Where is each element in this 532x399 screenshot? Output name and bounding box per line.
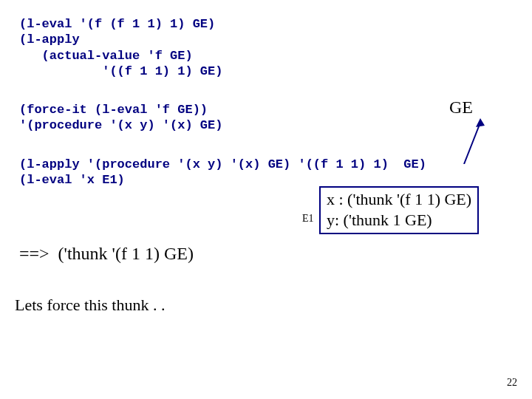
ge-label: GE bbox=[449, 98, 473, 117]
result-line: ==> ('thunk '(f 1 1) GE) bbox=[19, 244, 194, 264]
e1-label: E1 bbox=[302, 213, 314, 225]
code-block-2: (force-it (l-eval 'f GE)) '(procedure '(… bbox=[19, 102, 222, 134]
code-block-3: (l-apply '(procedure '(x y) '(x) GE) '((… bbox=[19, 157, 426, 188]
svg-marker-1 bbox=[476, 118, 485, 127]
arrow-icon bbox=[458, 118, 488, 164]
result-text: ('thunk '(f 1 1) GE) bbox=[58, 244, 194, 263]
svg-line-0 bbox=[464, 123, 480, 164]
result-arrow: ==> bbox=[19, 244, 50, 263]
env-line-2: y: ('thunk 1 GE) bbox=[327, 210, 471, 231]
env-line-1: x : ('thunk '(f 1 1) GE) bbox=[327, 189, 471, 210]
force-text: Lets force this thunk . . bbox=[15, 296, 165, 315]
page-number: 22 bbox=[507, 377, 517, 389]
code-block-1: (l-eval '(f (f 1 1) 1) GE) (l-apply (act… bbox=[19, 16, 222, 79]
environment-box: x : ('thunk '(f 1 1) GE) y: ('thunk 1 GE… bbox=[319, 186, 479, 234]
